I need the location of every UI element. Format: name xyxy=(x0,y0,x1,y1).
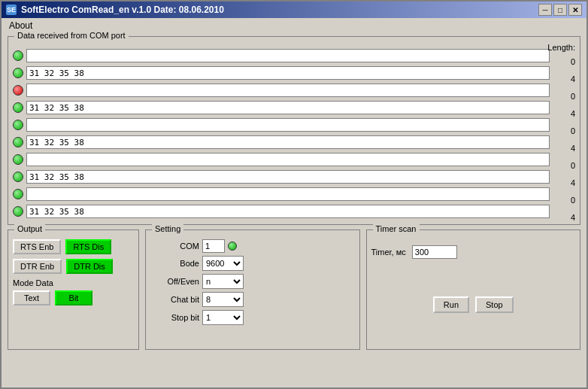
run-stop-row: Run Stop xyxy=(371,296,576,313)
close-button[interactable]: ✕ xyxy=(568,4,582,16)
length-val-6: 0 xyxy=(547,157,575,174)
length-values: 0404040404 xyxy=(547,53,575,226)
data-panel-title: Data received from COM port xyxy=(14,31,129,40)
output-panel-title: Output xyxy=(14,224,45,233)
row-input-2[interactable] xyxy=(26,84,550,97)
length-val-9: 4 xyxy=(547,209,575,226)
length-val-3: 4 xyxy=(547,105,575,122)
offeven-row: Off/Even neo xyxy=(150,274,355,289)
length-val-1: 4 xyxy=(547,71,575,87)
run-button[interactable]: Run xyxy=(433,296,469,313)
dtr-enb-button[interactable]: DTR Enb xyxy=(13,259,62,274)
chatbit-row: Chat bit 8765 xyxy=(150,292,355,307)
bit-button[interactable]: Bit xyxy=(55,290,92,305)
row-input-5[interactable] xyxy=(26,135,550,149)
length-val-4: 0 xyxy=(547,123,575,139)
row-input-4[interactable] xyxy=(26,118,550,132)
row-input-1[interactable] xyxy=(26,66,550,80)
row-led-2 xyxy=(13,85,23,96)
offeven-select[interactable]: neo xyxy=(202,274,244,289)
data-rows xyxy=(13,47,550,220)
timer-panel-title: Timer scan xyxy=(373,224,420,233)
data-row-6 xyxy=(13,151,550,168)
window-title: SoftElectro ComRead_en v.1.0 Date: 08.06… xyxy=(21,5,224,15)
com-input[interactable] xyxy=(202,239,225,253)
length-val-5: 4 xyxy=(547,140,575,157)
data-row-4 xyxy=(13,117,550,133)
chatbit-select[interactable]: 8765 xyxy=(202,292,244,307)
length-val-0: 0 xyxy=(547,53,575,70)
title-bar: SE SoftElectro ComRead_en v.1.0 Date: 08… xyxy=(2,2,586,18)
data-row-5 xyxy=(13,134,550,150)
bode-row: Bode 960048001920038400115200 xyxy=(150,256,355,271)
row-input-3[interactable] xyxy=(26,101,550,114)
timer-input[interactable] xyxy=(412,245,457,259)
stopbit-select[interactable]: 12 xyxy=(202,310,244,325)
length-val-2: 0 xyxy=(547,88,575,105)
setting-panel-title: Setting xyxy=(152,224,183,233)
maximize-button[interactable]: □ xyxy=(553,4,567,16)
com-led-indicator xyxy=(228,242,237,251)
stopbit-row: Stop bit 12 xyxy=(150,310,355,325)
rts-dis-button[interactable]: RTS Dis xyxy=(65,239,111,254)
row-input-6[interactable] xyxy=(26,153,550,166)
setting-panel: Setting COM Bode 96004800192003840011520… xyxy=(145,229,360,350)
bode-select[interactable]: 960048001920038400115200 xyxy=(202,256,244,271)
app-icon: SE xyxy=(6,5,17,15)
mode-data-label: Mode Data xyxy=(13,278,134,287)
content-area: Data received from COM port Length: 0404… xyxy=(2,33,586,387)
row-input-9[interactable] xyxy=(26,205,550,218)
menu-about[interactable]: About xyxy=(5,20,37,32)
timer-label: Timer, мс xyxy=(371,248,406,257)
length-column: Length: 0404040404 xyxy=(547,43,575,226)
rows-container xyxy=(13,43,550,220)
timer-row: Timer, мс xyxy=(371,245,576,259)
row-led-5 xyxy=(13,137,23,147)
main-window: SE SoftElectro ComRead_en v.1.0 Date: 08… xyxy=(0,0,588,389)
output-panel: Output RTS Enb RTS Dis DTR Enb DTR Dis M… xyxy=(8,229,139,350)
data-panel: Data received from COM port Length: 0404… xyxy=(8,36,580,225)
row-led-6 xyxy=(13,154,23,165)
dtr-dis-button[interactable]: DTR Dis xyxy=(66,259,113,274)
row-led-1 xyxy=(13,68,23,78)
row-input-7[interactable] xyxy=(26,170,550,184)
title-bar-left: SE SoftElectro ComRead_en v.1.0 Date: 08… xyxy=(6,5,224,15)
data-row-3 xyxy=(13,99,550,116)
row-led-7 xyxy=(13,172,23,182)
data-area: Length: 0404040404 xyxy=(13,43,550,220)
row-led-9 xyxy=(13,206,23,217)
row-led-8 xyxy=(13,189,23,199)
length-val-7: 4 xyxy=(547,175,575,191)
row-led-4 xyxy=(13,120,23,130)
row-led-0 xyxy=(13,50,23,61)
data-row-9 xyxy=(13,203,550,220)
timer-panel: Timer scan Timer, мс Run Stop xyxy=(366,229,581,350)
chatbit-label: Chat bit xyxy=(150,295,199,304)
text-button[interactable]: Text xyxy=(13,290,50,305)
row-led-3 xyxy=(13,102,23,113)
com-label: COM xyxy=(150,242,199,251)
stop-button[interactable]: Stop xyxy=(475,296,514,313)
length-header: Length: xyxy=(547,43,575,52)
data-row-0 xyxy=(13,47,550,64)
data-row-2 xyxy=(13,82,550,99)
mode-row: Text Bit xyxy=(13,290,134,305)
stopbit-label: Stop bit xyxy=(150,313,199,322)
bode-label: Bode xyxy=(150,259,199,268)
dtr-row: DTR Enb DTR Dis xyxy=(13,259,134,274)
row-input-8[interactable] xyxy=(26,187,550,201)
data-row-7 xyxy=(13,169,550,185)
row-input-0[interactable] xyxy=(26,49,550,62)
rts-row: RTS Enb RTS Dis xyxy=(13,239,134,254)
data-row-1 xyxy=(13,65,550,81)
data-row-8 xyxy=(13,186,550,202)
title-controls: ─ □ ✕ xyxy=(538,4,582,16)
com-row: COM xyxy=(150,239,355,253)
offeven-label: Off/Even xyxy=(150,277,199,286)
rts-enb-button[interactable]: RTS Enb xyxy=(13,239,61,254)
length-val-8: 0 xyxy=(547,192,575,208)
bottom-panels: Output RTS Enb RTS Dis DTR Enb DTR Dis M… xyxy=(8,229,580,350)
minimize-button[interactable]: ─ xyxy=(538,4,552,16)
